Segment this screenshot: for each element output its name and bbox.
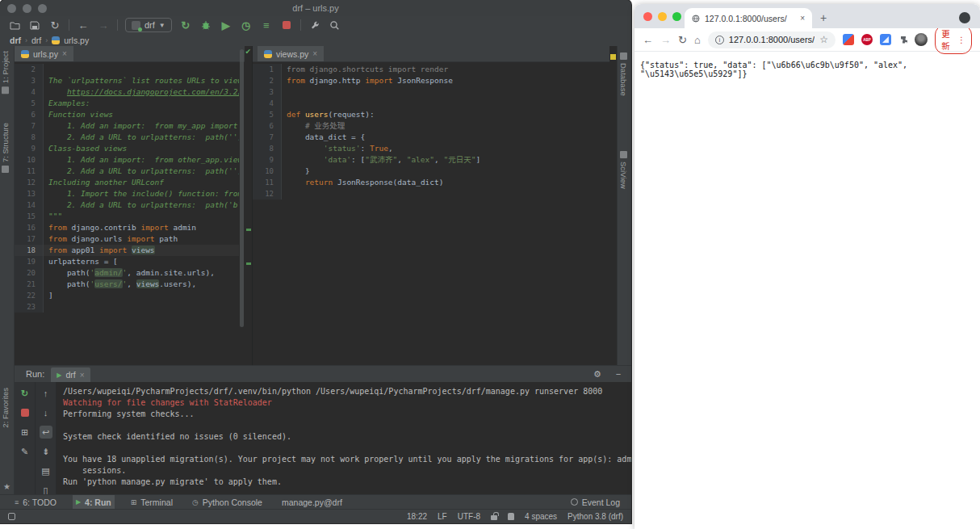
code-line[interactable]: 13 1. Import the include() function: fro… — [15, 188, 239, 199]
python-interpreter[interactable]: Python 3.8 (drf) — [567, 512, 623, 521]
error-stripe[interactable] — [609, 46, 617, 365]
tool-button-project[interactable]: 1: Project — [1, 51, 10, 94]
down-stack-icon[interactable]: ↓ — [40, 406, 52, 419]
close-tab-icon[interactable]: × — [800, 14, 805, 23]
extension-icon[interactable] — [843, 34, 854, 45]
run-icon[interactable]: ↻ — [179, 19, 192, 31]
close-tab-icon[interactable]: × — [80, 371, 85, 380]
save-icon[interactable] — [28, 19, 41, 31]
breadcrumb-file[interactable]: urls.py — [64, 36, 89, 45]
sync-icon[interactable]: ↻ — [48, 19, 61, 31]
code-line[interactable]: 4 https://docs.djangoproject.com/en/3.2/… — [15, 86, 239, 98]
indent-style[interactable]: 4 spaces — [525, 512, 557, 521]
code-line[interactable]: 8 'status': True, — [253, 143, 607, 154]
code-line[interactable]: 8 2. Add a URL to urlpatterns: path('', … — [15, 132, 239, 143]
code-line[interactable]: 2 — [15, 64, 239, 75]
usage-marker[interactable] — [246, 229, 251, 231]
code-line[interactable]: 20 path('admin/', admin.site.urls), — [15, 267, 239, 279]
toggle-tool-buttons-icon[interactable] — [8, 513, 15, 520]
readonly-lock-icon[interactable] — [491, 515, 497, 520]
settings-gear-icon[interactable]: ⚙ — [591, 367, 604, 380]
scroll-to-end-icon[interactable]: ⇟ — [40, 445, 52, 458]
code-line[interactable]: 6 # 业务处理 — [253, 120, 607, 132]
code-line[interactable]: 10 } — [253, 166, 607, 177]
print-icon[interactable]: ▤ — [40, 464, 52, 477]
update-browser-button[interactable]: 更新 ⋮ — [935, 25, 972, 54]
extensions-puzzle-icon[interactable] — [898, 34, 907, 45]
code-line[interactable]: 6Function views — [15, 109, 239, 120]
tab-views-py[interactable]: views.py × — [258, 46, 324, 61]
warning-marker[interactable] — [610, 54, 616, 60]
profile-avatar[interactable] — [915, 33, 928, 46]
run-configuration-selector[interactable]: drf ▼ — [125, 18, 172, 32]
tool-button-terminal[interactable]: ⊞ Terminal — [128, 495, 176, 510]
file-encoding[interactable]: UTF-8 — [458, 512, 480, 521]
breadcrumb-project[interactable]: drf — [10, 36, 21, 45]
url-input[interactable]: 127.0.0.1:8000/users/ — [729, 35, 815, 44]
code-line[interactable]: 12 — [253, 188, 607, 199]
run-with-coverage-icon[interactable]: ▶ — [220, 19, 232, 31]
tool-button-python-console[interactable]: ◷ Python Console — [189, 495, 266, 510]
code-line[interactable]: 12Including another URLconf — [15, 177, 239, 188]
code-line[interactable]: 9 'data': ["武沛齐", "alex", "元日天"] — [253, 154, 607, 166]
new-tab-button[interactable]: + — [820, 11, 827, 24]
line-separator[interactable]: LF — [438, 512, 447, 521]
site-info-icon[interactable]: i — [715, 36, 724, 44]
event-log-button[interactable]: Event Log — [571, 498, 620, 507]
profile-badge-icon[interactable] — [959, 12, 970, 23]
kebab-menu-icon[interactable]: ⋮ — [957, 35, 966, 44]
code-line[interactable]: 5Examples: — [15, 98, 239, 109]
up-stack-icon[interactable]: ↑ — [40, 387, 52, 400]
code-line[interactable]: 7 1. Add an import: from my_app import v… — [15, 120, 239, 132]
bookmark-star-icon[interactable]: ☆ — [819, 34, 828, 45]
tool-button-structure[interactable]: 7: Structure — [1, 123, 10, 173]
stop-icon[interactable] — [280, 19, 293, 31]
hide-panel-icon[interactable]: − — [612, 367, 625, 380]
run-tab-drf[interactable]: ▶ drf × — [51, 367, 90, 382]
code-line[interactable]: 14 2. Add a URL to urlpatterns: path('bl… — [15, 199, 239, 211]
code-line[interactable]: 1from django.shortcuts import render — [253, 64, 607, 75]
close-window-icon[interactable] — [643, 12, 652, 21]
code-line[interactable]: 22] — [15, 290, 239, 301]
code-line[interactable]: 17from django.urls import path — [15, 233, 239, 245]
code-line[interactable]: 9Class-based views — [15, 143, 239, 154]
code-line[interactable]: 10 1. Add an import: from other_app.view… — [15, 154, 239, 166]
pycharm-titlebar[interactable]: drf – urls.py — [0, 0, 631, 16]
code-line[interactable]: 23 — [15, 301, 239, 313]
code-editor-urls[interactable]: 23The `urlpatterns` list routes URLs to … — [15, 62, 252, 365]
code-editor-views[interactable]: 1from django.shortcuts import render2fro… — [253, 62, 617, 365]
profiler-icon[interactable]: ◷ — [240, 19, 253, 31]
code-line[interactable]: 18from app01 import views — [15, 245, 239, 256]
run-current-file-icon[interactable]: ≡ — [260, 19, 273, 31]
back-icon[interactable]: ← — [643, 34, 653, 46]
code-line[interactable]: 7 data_dict = { — [253, 132, 607, 143]
rerun-icon[interactable]: ↻ — [19, 387, 31, 400]
code-line[interactable]: 4 — [253, 98, 607, 109]
close-tab-icon[interactable]: × — [62, 49, 67, 58]
code-line[interactable]: 11 2. Add a URL to urlpatterns: path('',… — [15, 166, 239, 177]
zoom-window-icon[interactable] — [672, 12, 681, 21]
tool-button-run[interactable]: ▶ 4: Run — [73, 495, 115, 510]
code-line[interactable]: 11 return JsonResponse(data_dict) — [253, 177, 607, 188]
code-line[interactable]: 15""" — [15, 211, 239, 222]
code-line[interactable]: 2from django.http import JsonResponse — [253, 75, 607, 86]
address-bar[interactable]: i 127.0.0.1:8000/users/ ☆ — [708, 31, 836, 48]
close-tab-icon[interactable]: × — [312, 49, 317, 58]
breadcrumb-folder[interactable]: drf — [31, 36, 41, 45]
pin-icon[interactable]: ✎ — [19, 445, 31, 458]
usage-marker[interactable] — [246, 262, 251, 265]
code-line[interactable]: 21 path('users/', views.users), — [15, 279, 239, 290]
tool-button-sciview[interactable]: SciView — [619, 151, 628, 189]
extension-icon[interactable] — [880, 34, 891, 45]
run-console-output[interactable]: /Users/wupeiqi/PycharmProjects/drf/.venv… — [57, 382, 631, 497]
tab-urls-py[interactable]: urls.py × — [15, 46, 73, 61]
debug-icon[interactable] — [199, 19, 212, 31]
tool-button-todo[interactable]: ≡ 6: TODO — [11, 495, 60, 510]
code-line[interactable]: 5def users(request): — [253, 109, 607, 120]
wrench-icon[interactable] — [308, 19, 321, 31]
adblock-extension-icon[interactable]: ABP — [861, 34, 873, 45]
code-line[interactable]: 16from django.contrib import admin — [15, 222, 239, 233]
tool-button-database[interactable]: Database — [619, 52, 628, 96]
tool-button-favorites[interactable]: 2: Favorites — [1, 388, 10, 428]
restore-layout-icon[interactable]: ⊞ — [19, 426, 31, 439]
